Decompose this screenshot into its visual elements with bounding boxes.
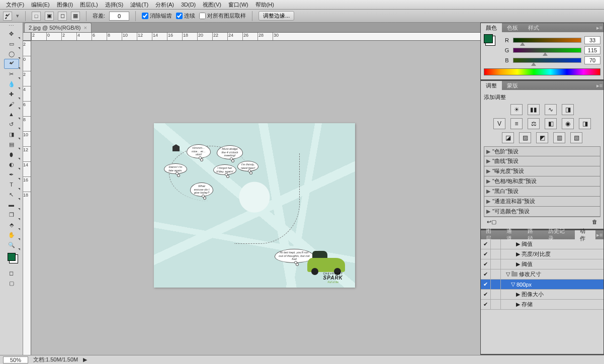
tab-layers[interactable]: 图层 <box>481 230 501 239</box>
down-caret-icon[interactable]: ▾ <box>16 13 19 19</box>
dodge-tool[interactable]: ◐ <box>4 159 19 169</box>
disclosure-icon[interactable]: ▶ <box>486 158 490 164</box>
disclosure-icon[interactable]: ▶ <box>486 208 490 215</box>
gradient-tool[interactable]: ▤ <box>4 139 19 149</box>
toggle-check[interactable]: ✔ <box>481 269 491 279</box>
canvas[interactable]: Damn! I'm late again.Hmmm... nice... er.… <box>154 123 355 288</box>
antialias-checkbox[interactable]: 消除锯齿 <box>142 12 172 20</box>
mode-intersect-icon[interactable]: ▦ <box>71 12 80 21</box>
curves-icon[interactable]: ∿ <box>545 104 557 115</box>
toggle-dialog[interactable] <box>491 269 501 279</box>
history-brush-tool[interactable]: ↺ <box>4 119 19 129</box>
levels-icon[interactable]: ▮▮ <box>528 104 540 115</box>
action-row[interactable]: ✔▶亮度/对比度 <box>481 249 603 259</box>
toggle-check[interactable]: ✔ <box>481 300 491 309</box>
tab-history[interactable]: 历史记录 <box>543 230 575 239</box>
action-row[interactable]: ✔▽800px <box>481 280 603 290</box>
hand-tool[interactable]: ✋ <box>4 230 19 240</box>
menu-file[interactable]: 文件(F) <box>3 1 27 9</box>
preset-item[interactable]: ▶"黑白"预设 <box>484 187 600 197</box>
hue-icon[interactable]: ≡ <box>510 118 523 129</box>
toggle-dialog[interactable] <box>491 239 501 249</box>
trash-icon[interactable]: 🗑 <box>592 219 597 225</box>
g-value[interactable]: 115 <box>584 46 600 54</box>
menu-image[interactable]: 图像(I) <box>54 1 76 9</box>
preset-item[interactable]: ▶"色阶"预设 <box>484 146 600 156</box>
preset-item[interactable]: ▶"曲线"预设 <box>484 156 600 166</box>
b-slider[interactable] <box>513 58 581 63</box>
heal-tool[interactable]: ✚ <box>4 89 19 99</box>
disclosure-icon[interactable]: ▶ <box>516 241 520 247</box>
close-tab-icon[interactable]: × <box>84 25 87 31</box>
preset-item[interactable]: ▶"可选颜色"预设 <box>484 207 600 217</box>
panel-menu-icon[interactable]: ▸≡ <box>595 82 603 89</box>
move-tool[interactable]: ✥ <box>4 29 19 39</box>
status-caret-icon[interactable]: ▶ <box>83 356 87 363</box>
3d-tool[interactable]: ❒ <box>4 210 19 220</box>
disclosure-icon[interactable]: ▶ <box>516 251 520 257</box>
toggle-dialog[interactable] <box>491 300 501 309</box>
lasso-tool[interactable]: ◯ <box>4 49 19 59</box>
foreground-color-swatch[interactable] <box>8 253 16 261</box>
invert-icon[interactable]: ◪ <box>502 132 514 143</box>
toggle-dialog[interactable] <box>491 249 501 259</box>
return-adjust-icon[interactable]: ↩▢ <box>487 219 496 225</box>
refine-edge-button[interactable]: 调整边缘... <box>258 11 294 21</box>
sample-all-checkbox[interactable]: 对所有图层取样 <box>199 12 246 20</box>
gradient-map-icon[interactable]: ▥ <box>553 132 565 143</box>
toggle-dialog[interactable] <box>491 280 501 289</box>
panel-menu-icon[interactable]: ▸≡ <box>595 232 603 238</box>
toggle-check[interactable]: ✔ <box>481 249 491 259</box>
disclosure-icon[interactable]: ▶ <box>516 291 520 298</box>
crop-tool[interactable]: ✂ <box>4 69 19 79</box>
document-tab[interactable]: 2.jpg @ 50%(RGB/8) × <box>24 23 92 32</box>
menu-3d[interactable]: 3D(D) <box>178 1 199 8</box>
threshold-icon[interactable]: ◩ <box>536 132 548 143</box>
action-row[interactable]: ✔▶存储 <box>481 300 603 310</box>
contiguous-checkbox[interactable]: 连续 <box>176 12 195 20</box>
tab-paths[interactable]: 路径 <box>523 230 543 239</box>
toggle-dialog[interactable] <box>491 259 501 269</box>
stamp-tool[interactable]: ▲ <box>4 109 19 119</box>
mode-sub-icon[interactable]: ◻ <box>58 12 67 21</box>
pen-tool[interactable]: ✒ <box>4 169 19 179</box>
menu-analyze[interactable]: 分析(A) <box>152 1 177 9</box>
menu-layer[interactable]: 图层(L) <box>77 1 101 9</box>
preset-item[interactable]: ▶"色相/饱和度"预设 <box>484 176 600 187</box>
toggle-dialog[interactable] <box>491 290 501 299</box>
disclosure-icon[interactable]: ▽ <box>511 281 515 288</box>
photo-filter-icon[interactable]: ◉ <box>562 118 574 129</box>
tab-styles[interactable]: 样式 <box>523 23 544 32</box>
zoom-field[interactable]: 50% <box>3 356 28 363</box>
magic-wand-tool[interactable] <box>4 59 19 69</box>
disclosure-icon[interactable]: ▶ <box>486 198 490 205</box>
disclosure-icon[interactable]: ▶ <box>516 261 520 267</box>
r-value[interactable]: 33 <box>584 36 600 44</box>
selective-color-icon[interactable]: ▧ <box>570 132 582 143</box>
menu-view[interactable]: 视图(V) <box>200 1 224 9</box>
menu-filter[interactable]: 滤镜(T) <box>127 1 151 9</box>
type-tool[interactable]: T <box>4 179 19 190</box>
blur-tool[interactable]: ⬮ <box>4 149 19 159</box>
tolerance-input[interactable] <box>109 12 129 21</box>
screen-mode-toggle[interactable]: ▢ <box>4 278 19 288</box>
spectrum-bar[interactable] <box>484 68 600 75</box>
g-slider[interactable] <box>513 48 581 53</box>
panel-menu-icon[interactable]: ▸≡ <box>595 25 603 31</box>
posterize-icon[interactable]: ▨ <box>519 132 531 143</box>
disclosure-icon[interactable]: ▶ <box>486 148 490 155</box>
bw-icon[interactable]: ◧ <box>545 118 557 129</box>
tab-actions[interactable]: 动作 <box>575 230 595 239</box>
vibrance-icon[interactable]: V <box>493 118 505 129</box>
eyedropper-tool[interactable]: 💧 <box>4 79 19 89</box>
action-row[interactable]: ✔▶阈值 <box>481 239 603 249</box>
action-row[interactable]: ✔▶图像大小 <box>481 290 603 300</box>
menu-edit[interactable]: 编辑(E) <box>28 1 53 9</box>
3d-camera-tool[interactable]: ⬘ <box>4 220 19 230</box>
r-slider[interactable] <box>513 38 581 43</box>
brightness-icon[interactable]: ☀ <box>510 104 523 115</box>
brush-tool[interactable]: 🖌 <box>4 99 19 109</box>
current-tool-icon[interactable] <box>3 12 12 21</box>
tab-swatches[interactable]: 色板 <box>502 23 523 32</box>
toggle-check[interactable]: ✔ <box>481 280 491 289</box>
